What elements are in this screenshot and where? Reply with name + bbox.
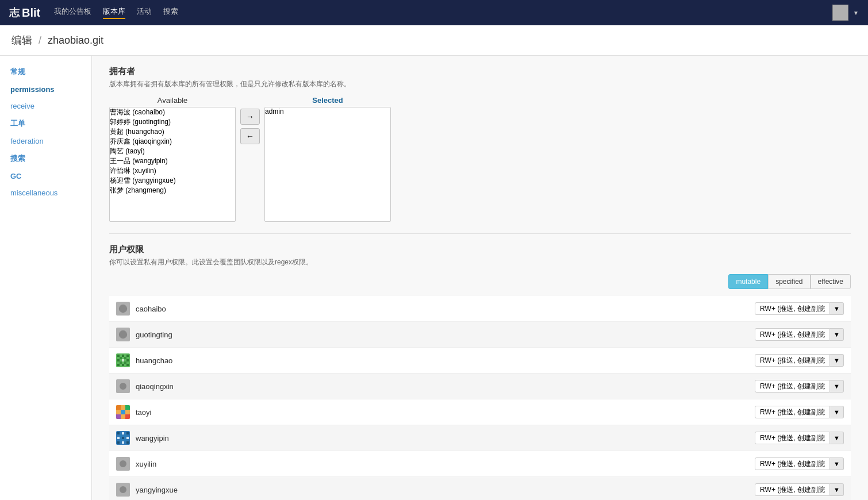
- main-content: 拥有者 版本库拥有者拥有版本库的所有管理权限，但是只允许修改私有版本库的名称。 …: [92, 56, 868, 500]
- logo: 志 Blit: [9, 6, 40, 20]
- perm-select[interactable]: RW+ (推送, 创建副脘: [755, 302, 830, 315]
- remove-from-selected-button[interactable]: ←: [240, 128, 260, 144]
- list-item[interactable]: 张梦 (zhangmeng): [110, 186, 235, 195]
- sidebar-item-gc[interactable]: GC: [0, 168, 91, 184]
- user-perm: RW+ (推送, 创建副脘 ▼: [755, 380, 844, 393]
- perm-select[interactable]: RW+ (推送, 创建副脘: [755, 380, 830, 393]
- nav-bulletin[interactable]: 我的公告板: [54, 6, 91, 19]
- list-item[interactable]: 乔庆鑫 (qiaoqingxin): [110, 137, 235, 147]
- user-name: huangchao: [136, 356, 755, 365]
- perms-header: mutable specified effective: [109, 274, 851, 289]
- list-item[interactable]: 陶艺 (taoyi): [110, 147, 235, 156]
- sidebar-item-issues[interactable]: 工单: [0, 114, 91, 133]
- perm-select[interactable]: RW+ (推送, 创建副脘: [755, 328, 830, 341]
- sidebar-link-general[interactable]: 常规: [10, 67, 25, 76]
- sidebar-link-permissions[interactable]: permissions: [10, 85, 55, 94]
- avatar: [116, 379, 130, 393]
- list-item[interactable]: 郭婷婷 (guotingting): [110, 117, 235, 127]
- avatar: [116, 457, 130, 471]
- tab-mutable[interactable]: mutable: [728, 274, 768, 289]
- available-col: Available 曹海波 (caohaibo) 郭婷婷 (guotingtin…: [109, 96, 236, 222]
- user-perm: RW+ (推送, 创建副脘 ▼: [755, 406, 844, 418]
- perm-dropdown-button[interactable]: ▼: [830, 354, 844, 367]
- sidebar-link-search[interactable]: 搜索: [10, 154, 25, 163]
- sidebar-item-search[interactable]: 搜索: [0, 149, 91, 168]
- list-item[interactable]: 杨迎雪 (yangyingxue): [110, 176, 235, 186]
- svg-rect-24: [116, 414, 121, 419]
- content-wrap: 常规 permissions receive 工单 federation 搜索 …: [0, 56, 868, 500]
- perm-dropdown-button[interactable]: ▼: [830, 380, 844, 393]
- list-item[interactable]: 曹海波 (caohaibo): [110, 107, 235, 117]
- avatar: [116, 483, 130, 497]
- available-list[interactable]: 曹海波 (caohaibo) 郭婷婷 (guotingting) 黄超 (hua…: [109, 107, 236, 222]
- perm-select[interactable]: RW+ (推送, 创建副脘: [755, 483, 830, 496]
- perm-select[interactable]: RW+ (推送, 创建副脘: [755, 406, 830, 418]
- user-perm: RW+ (推送, 创建副脘 ▼: [755, 457, 844, 470]
- user-perms-title: 用户权限: [109, 244, 851, 255]
- logo-text: Blit: [22, 6, 40, 20]
- svg-rect-14: [124, 361, 126, 364]
- table-row: xuyilin RW+ (推送, 创建副脘 ▼: [109, 451, 851, 477]
- perm-dropdown-button[interactable]: ▼: [830, 483, 844, 496]
- svg-rect-8: [120, 357, 122, 359]
- selected-list[interactable]: admin: [264, 107, 391, 222]
- list-item[interactable]: 黄超 (huangchao): [110, 127, 235, 137]
- breadcrumb-current: zhaobiao.git: [48, 34, 103, 46]
- table-row: yangyingxue RW+ (推送, 创建副脘 ▼: [109, 477, 851, 500]
- header-nav: 我的公告板 版本库 活动 搜索: [54, 6, 819, 19]
- logo-icon: 志: [9, 6, 20, 20]
- svg-rect-33: [122, 437, 124, 439]
- sidebar-item-general[interactable]: 常规: [0, 63, 91, 81]
- perm-dropdown-button[interactable]: ▼: [830, 328, 844, 341]
- tab-specified[interactable]: specified: [768, 274, 810, 289]
- breadcrumb-separator: /: [39, 34, 41, 46]
- add-to-selected-button[interactable]: →: [240, 109, 260, 125]
- table-row: taoyi RW+ (推送, 创建副脘 ▼: [109, 399, 851, 425]
- owner-title: 拥有者: [109, 66, 851, 77]
- picker-buttons: → ←: [236, 109, 264, 144]
- svg-rect-21: [116, 405, 121, 410]
- user-perm: RW+ (推送, 创建副脘 ▼: [755, 328, 844, 341]
- svg-rect-10: [117, 359, 120, 361]
- sidebar-link-issues[interactable]: 工单: [10, 119, 25, 128]
- sidebar-item-miscellaneous[interactable]: miscellaneous: [0, 184, 91, 201]
- user-name: taoyi: [136, 408, 755, 417]
- perm-dropdown-button[interactable]: ▼: [830, 457, 844, 470]
- sidebar-link-federation[interactable]: federation: [10, 137, 44, 145]
- perm-select[interactable]: RW+ (推送, 创建副脘: [755, 432, 830, 444]
- perm-dropdown-button[interactable]: ▼: [830, 432, 844, 444]
- user-avatar[interactable]: [832, 5, 848, 21]
- sidebar-link-miscellaneous[interactable]: miscellaneous: [10, 189, 57, 197]
- list-item[interactable]: 王一品 (wangyipin): [110, 156, 235, 166]
- tab-effective[interactable]: effective: [811, 274, 851, 289]
- sidebar-link-receive[interactable]: receive: [10, 102, 34, 110]
- perm-dropdown-button[interactable]: ▼: [830, 302, 844, 315]
- user-perm: RW+ (推送, 创建副脘 ▼: [755, 302, 844, 315]
- user-perms-desc: 你可以设置私有用户权限。此设置会覆盖团队权限以及regex权限。: [109, 257, 851, 267]
- svg-rect-16: [122, 364, 124, 366]
- svg-rect-15: [117, 364, 120, 366]
- perm-select[interactable]: RW+ (推送, 创建副脘: [755, 354, 830, 367]
- selected-label: Selected: [264, 96, 391, 105]
- user-name: yangyingxue: [136, 486, 755, 494]
- sidebar-item-receive[interactable]: receive: [0, 98, 91, 114]
- chevron-down-icon[interactable]: ▼: [853, 10, 859, 16]
- list-item[interactable]: admin: [265, 107, 390, 116]
- list-item[interactable]: 许怡琳 (xuyilin): [110, 166, 235, 176]
- perm-select[interactable]: RW+ (推送, 创建副脘: [755, 457, 830, 470]
- svg-rect-27: [117, 432, 120, 434]
- sidebar: 常规 permissions receive 工单 federation 搜索 …: [0, 56, 92, 500]
- view-tab-group: mutable specified effective: [728, 274, 851, 289]
- perm-dropdown-button[interactable]: ▼: [830, 406, 844, 418]
- nav-search[interactable]: 搜索: [163, 6, 178, 19]
- nav-repos[interactable]: 版本库: [103, 6, 125, 19]
- svg-rect-5: [117, 355, 120, 357]
- sidebar-link-gc[interactable]: GC: [10, 172, 22, 180]
- sidebar-item-permissions[interactable]: permissions: [0, 81, 91, 98]
- sidebar-item-federation[interactable]: federation: [0, 133, 91, 149]
- user-name: qiaoqingxin: [136, 382, 755, 391]
- nav-activity[interactable]: 活动: [137, 6, 152, 19]
- svg-rect-37: [117, 441, 120, 444]
- header-right: ▼: [832, 5, 859, 21]
- owner-desc: 版本库拥有者拥有版本库的所有管理权限，但是只允许修改私有版本库的名称。: [109, 79, 851, 89]
